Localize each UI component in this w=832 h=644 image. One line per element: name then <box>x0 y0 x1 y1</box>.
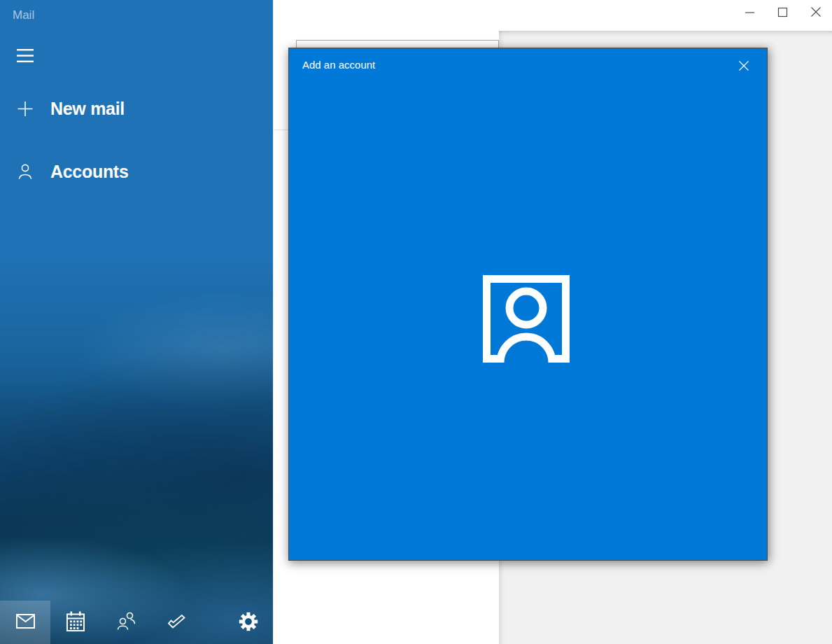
close-icon <box>810 6 822 18</box>
todo-check-icon <box>167 613 186 632</box>
hamburger-menu-button[interactable] <box>11 45 39 70</box>
settings-gear-icon <box>239 612 258 634</box>
minimize-icon <box>745 7 755 18</box>
maximize-button[interactable] <box>766 0 799 24</box>
window-controls <box>733 0 832 24</box>
calendar-icon <box>66 611 85 634</box>
mail-icon <box>16 614 35 631</box>
new-mail-label: New mail <box>50 99 125 119</box>
add-account-dialog: Add an account <box>288 48 768 561</box>
bottom-nav-calendar[interactable] <box>50 601 101 644</box>
app-title: Mail <box>13 8 34 22</box>
dialog-title: Add an account <box>302 59 375 71</box>
bottom-nav <box>0 601 274 644</box>
bottom-nav-mail[interactable] <box>0 601 50 644</box>
accounts-label: Accounts <box>50 162 129 182</box>
sidebar: Mail New mail Accounts <box>0 0 274 644</box>
bottom-nav-todo[interactable] <box>151 601 202 644</box>
people-icon <box>117 612 136 633</box>
close-icon <box>738 60 749 74</box>
bottom-nav-people[interactable] <box>101 601 151 644</box>
mail-app-window: Mail New mail Accounts <box>0 0 832 644</box>
person-icon <box>17 163 33 180</box>
minimize-button[interactable] <box>733 0 766 24</box>
sidebar-item-new-mail[interactable]: New mail <box>0 92 274 125</box>
dialog-close-button[interactable] <box>732 56 756 77</box>
sidebar-item-accounts[interactable]: Accounts <box>0 155 274 188</box>
plus-icon <box>17 101 33 117</box>
maximize-icon <box>777 7 788 18</box>
hamburger-icon <box>17 49 34 66</box>
close-button[interactable] <box>799 0 832 24</box>
contact-frame-icon <box>483 275 570 363</box>
bottom-nav-settings[interactable] <box>223 601 274 644</box>
